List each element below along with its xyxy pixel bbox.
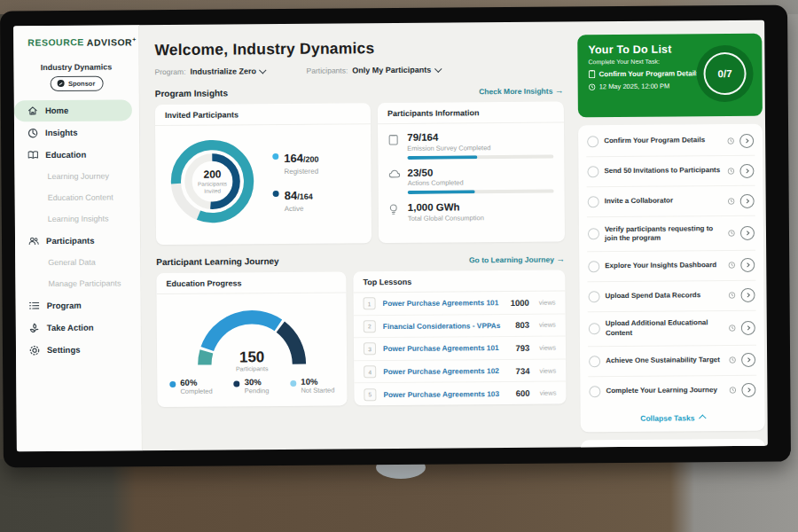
learning-journey-heading: Participant Learning Journey [156,256,278,267]
sponsor-icon [58,80,65,87]
sidebar-item-label: Education [45,150,86,160]
gear-icon [29,345,40,356]
clock-icon [729,387,736,394]
learning-cards-row: Education Progress 150 Participants 60%C… [156,270,566,407]
task-chevron-button[interactable] [741,383,755,397]
task-checkbox[interactable] [588,291,599,302]
check-more-insights-link[interactable]: Check More Insights → [479,86,564,97]
dashboard-screen: RESOURCE ADVISOR+ Industry Dynamics Spon… [13,20,768,452]
people-icon [28,236,39,246]
sidebar-item-label: Home [45,106,68,115]
sponsor-badge[interactable]: Sponsor [50,75,103,90]
progress-bar [407,155,477,160]
monitor-bezel: RESOURCE ADVISOR+ Industry Dynamics Spon… [0,5,791,468]
todo-task[interactable]: Invite a Collaborator [587,186,755,217]
todo-task[interactable]: Upload Additional Educational Content [588,311,756,347]
task-chevron-button[interactable] [741,353,755,367]
participants-filter-value[interactable]: Only My Participants [352,66,441,75]
metric-total-consumption: 1,000 GWh Total Global Consumption [389,201,554,223]
sidebar-item-learning-insights[interactable]: Learning Insights [15,208,133,230]
task-checkbox[interactable] [588,261,599,272]
rank-badge: 5 [364,388,376,401]
top-lessons-card: Top Lessons 1 Power Purchase Agreements … [353,270,566,405]
sidebar-item-learning-journey[interactable]: Learning Journey [14,166,132,187]
task-checkbox[interactable] [589,356,600,367]
clock-icon [728,230,735,237]
progress-track [407,154,553,159]
task-checkbox[interactable] [587,166,598,177]
lesson-row: 5 Power Purchase Agreements 103 600views [354,382,566,405]
program-filter-value[interactable]: Industrialize Zero [190,66,265,76]
sidebar-item-label: Participants [46,236,94,246]
book-icon [27,150,38,160]
gauge-center-label: 150 Participants [185,349,318,372]
todo-task[interactable]: Send 50 Invitations to Participants [586,156,755,187]
lesson-views: 1000 [511,298,529,308]
sidebar-item-general-data[interactable]: General Data [15,252,133,273]
program-insights-heading: Program Insights [155,88,228,98]
task-chevron-button[interactable] [739,163,754,177]
recent-news-title: Recent News [591,447,643,451]
task-checkbox[interactable] [588,229,599,240]
lesson-views: 803 [515,320,529,330]
chevron-down-icon [260,66,267,74]
todo-task[interactable]: Verify participants requesting to join t… [587,216,755,252]
todo-task[interactable]: Achieve One Sustainability Target [588,345,756,376]
lesson-views: 600 [516,388,530,398]
sidebar-item-take-action[interactable]: Take Action [16,317,134,339]
lesson-link[interactable]: Power Purchase Agreements 101 [383,298,504,308]
todo-task[interactable]: Confirm Your Program Details [586,126,755,157]
task-checkbox[interactable] [587,136,598,147]
arrow-right-icon: → [556,254,565,263]
program-insights-header-row: Program Insights Check More Insights → [155,86,564,99]
chevron-down-icon [434,65,442,72]
sidebar-item-education[interactable]: Education [14,144,132,166]
sidebar-item-home[interactable]: Home [14,99,132,121]
legend-active: 84/164 Active [273,186,319,212]
sidebar: RESOURCE ADVISOR+ Industry Dynamics Spon… [13,25,143,451]
task-checkbox[interactable] [589,386,600,397]
go-to-learning-journey-link[interactable]: Go to Learning Journey → [469,254,565,264]
sidebar-item-manage-participants[interactable]: Manage Participants [15,273,133,294]
lesson-row: 1 Power Purchase Agreements 101 1000view… [354,291,566,315]
task-checkbox[interactable] [589,323,600,334]
sidebar-item-participants[interactable]: Participants [15,230,133,252]
sidebar-item-program[interactable]: Program [16,294,134,317]
task-chevron-button[interactable] [740,258,755,272]
task-chevron-button[interactable] [740,226,755,240]
lesson-link[interactable]: Power Purchase Agreements 102 [383,366,508,376]
todo-task[interactable]: Explore Your Insights Dashboard [587,251,755,282]
rank-badge: 2 [364,320,376,332]
brand-plus: + [132,35,137,42]
sidebar-item-insights[interactable]: Insights [14,121,132,144]
sidebar-item-education-content[interactable]: Education Content [15,187,133,208]
gauge-legend: 60%Completed 30%Pending 10%Not Started [157,371,347,395]
filter-bar: Program: Industrialize Zero Participants… [154,65,563,77]
participants-information-card: Participants Information 79/164 Emission… [378,102,565,244]
clipboard-icon [589,69,596,78]
task-chevron-button[interactable] [741,320,755,334]
lesson-link[interactable]: Power Purchase Agreements 101 [383,343,508,353]
education-progress-gauge: 150 Participants [185,299,319,372]
registered-dot-icon [272,153,278,160]
legend-pending: 30%Pending [234,378,270,395]
lesson-link[interactable]: Financial Considerations - VPPAs [383,321,508,331]
active-dot-icon [273,191,279,197]
completed-dot-icon [169,380,176,387]
collapse-tasks-link[interactable]: Collapse Tasks [589,404,757,429]
not-started-dot-icon [290,379,296,386]
task-checkbox[interactable] [588,196,599,207]
clock-icon [727,137,734,144]
sidebar-item-settings[interactable]: Settings [16,339,134,361]
learning-journey-header-row: Participant Learning Journey Go to Learn… [156,254,565,267]
task-chevron-button[interactable] [740,193,755,207]
app-logo: RESOURCE ADVISOR+ [13,34,138,55]
todo-task[interactable]: Complete Your Learning Journey [588,375,756,405]
lesson-row: 3 Power Purchase Agreements 101 793views [354,337,566,361]
task-chevron-button[interactable] [740,288,755,302]
insights-icon [27,128,38,138]
task-chevron-button[interactable] [739,133,754,147]
recent-news-card: Recent News [581,438,765,451]
lesson-link[interactable]: Power Purchase Agreements 103 [383,389,508,399]
todo-task[interactable]: Upload Spend Data Records [587,281,755,312]
